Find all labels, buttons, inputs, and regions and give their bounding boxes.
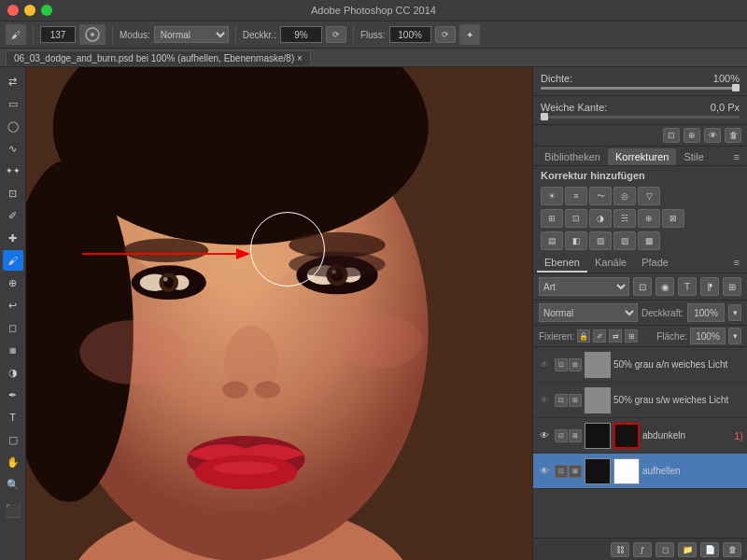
ebenen-btn-4[interactable]: ⁋ <box>700 277 719 296</box>
arrow-indicator <box>73 226 260 282</box>
link-layer-btn[interactable]: ⛓ <box>611 542 629 557</box>
text-tool[interactable]: T <box>3 407 23 427</box>
ebenen-art-select[interactable]: Art <box>539 277 629 296</box>
dodge-tool[interactable]: ◑ <box>3 362 23 383</box>
brush-circle <box>250 212 325 287</box>
weiche-kante-slider[interactable] <box>541 116 740 119</box>
airbrush-icon[interactable]: ✦ <box>459 24 480 45</box>
korr-icon-photofilter[interactable]: ☵ <box>613 209 636 228</box>
magic-wand-tool[interactable]: ✦✦ <box>3 161 23 181</box>
ebenen-btn-1[interactable]: ⊡ <box>633 277 652 296</box>
korr-icon-colorbalance[interactable]: ⊡ <box>565 209 587 228</box>
move-tool[interactable]: ⇄ <box>3 71 23 91</box>
panel-action-icon-3[interactable]: 👁 <box>704 128 721 143</box>
fg-bg-colors[interactable]: ⬛ <box>3 500 23 521</box>
blend-mode-select[interactable]: Normal <box>539 303 638 322</box>
close-button[interactable] <box>7 5 19 16</box>
tab-korrekturen[interactable]: Korrekturen <box>608 148 676 165</box>
korr-icon-exposure[interactable]: ◎ <box>613 187 636 205</box>
ebenen-btn-3[interactable]: T <box>678 277 697 296</box>
panel-action-icon-2[interactable]: ⊕ <box>684 128 700 143</box>
portrait-svg <box>26 67 532 560</box>
crop-tool[interactable]: ⊡ <box>3 183 23 203</box>
ebenen-btn-5[interactable]: ⊞ <box>723 277 741 296</box>
korr-icon-posterize[interactable]: ◧ <box>565 231 587 250</box>
ebenen-btn-2[interactable]: ◉ <box>655 277 674 296</box>
tab-stile[interactable]: Stile <box>676 148 711 165</box>
eraser-tool[interactable]: ◻ <box>3 317 23 338</box>
add-style-btn[interactable]: ƒ <box>633 542 652 557</box>
select-ellipse-tool[interactable]: ◯ <box>3 116 23 136</box>
korr-icon-threshold[interactable]: ▧ <box>589 231 612 250</box>
flaeche-input[interactable]: 100% <box>690 328 726 344</box>
layer-row[interactable]: 👁 ⊡ ⊠ aufhellen <box>533 454 747 489</box>
layer-type-icon: ⊡ <box>555 429 568 442</box>
fluss-toggle[interactable]: ⟳ <box>435 26 456 43</box>
pen-tool[interactable]: ✒ <box>3 385 23 405</box>
right-panel: Dichte: 100% Weiche Kante: 0,0 Px ⊡ ⊕ 👁 <box>532 67 747 560</box>
layer-visibility-toggle[interactable]: 👁 <box>537 464 552 479</box>
korr-icon-selective[interactable]: ▩ <box>638 231 660 250</box>
tab-pfade[interactable]: Pfade <box>634 254 676 273</box>
layer-thumbnail <box>585 458 611 484</box>
deckkraft-dropdown[interactable]: ▾ <box>728 304 741 321</box>
select-rect-tool[interactable]: ▭ <box>3 93 23 114</box>
layer-visibility-toggle[interactable]: 👁 <box>537 357 552 372</box>
brush-tool[interactable]: 🖌 <box>3 250 23 271</box>
layer-visibility-toggle[interactable]: 👁 <box>537 393 552 408</box>
delete-layer-btn[interactable]: 🗑 <box>723 542 741 557</box>
panel-action-icon-4[interactable]: 🗑 <box>725 128 741 143</box>
korr-icon-channelmixer[interactable]: ⊕ <box>638 209 660 228</box>
add-mask-btn[interactable]: ◻ <box>655 542 674 557</box>
deckr-input[interactable]: 9% <box>280 26 322 43</box>
tab-bibliotheken[interactable]: Bibliotheken <box>537 148 608 165</box>
fix-icon-move[interactable]: ⇄ <box>609 329 622 343</box>
panel-action-icon-1[interactable]: ⊡ <box>663 128 680 143</box>
eyedropper-tool[interactable]: ✐ <box>3 205 23 226</box>
new-layer-btn[interactable]: 📄 <box>700 542 719 557</box>
document-tab[interactable]: 06_03_dodge_and_burn.psd bei 100% (aufhe… <box>6 50 311 65</box>
ebenen-collapse-btn[interactable]: ≡ <box>730 254 743 273</box>
korr-icon-invert[interactable]: ▤ <box>541 231 563 250</box>
fix-icon-lock[interactable]: 🔒 <box>577 329 590 343</box>
layer-visibility-toggle[interactable]: 👁 <box>537 428 552 443</box>
tab-ebenen[interactable]: Ebenen <box>537 254 587 273</box>
korr-icon-gradientmap[interactable]: ▨ <box>613 231 636 250</box>
fix-row: Fixieren: 🔒 ✐ ⇄ ⊞ Fläche: 100% ▾ <box>533 326 747 347</box>
korr-icon-hue[interactable]: ⊞ <box>541 209 563 228</box>
hand-tool[interactable]: ✋ <box>3 452 23 472</box>
maximize-button[interactable] <box>41 5 52 16</box>
korr-icon-curves[interactable]: 〜 <box>589 187 612 205</box>
fix-icon-all[interactable]: ⊞ <box>625 329 638 343</box>
panel-collapse-btn[interactable]: ≡ <box>730 148 743 165</box>
zoom-tool[interactable]: 🔍 <box>3 474 23 495</box>
korr-icon-vibrance[interactable]: ▽ <box>638 187 660 205</box>
brush-preset-icon[interactable] <box>79 24 106 45</box>
korr-icon-brightness[interactable]: ☀ <box>541 187 563 205</box>
korr-icon-blackwhite[interactable]: ◑ <box>589 209 612 228</box>
clone-tool[interactable]: ⊕ <box>3 273 23 293</box>
fix-icon-brush[interactable]: ✐ <box>593 329 606 343</box>
layer-row[interactable]: 👁 ⊡ ⊞ 50% grau a/n weiches Licht <box>533 347 747 383</box>
korr-icon-levels[interactable]: ≡ <box>565 187 587 205</box>
weiche-kante-row: Weiche Kante: 0,0 Px <box>541 102 740 113</box>
modus-select[interactable]: Normal Multiplizieren <box>154 26 229 43</box>
history-brush-tool[interactable]: ↩ <box>3 295 23 315</box>
korr-icon-colorlookup[interactable]: ⊠ <box>662 209 684 228</box>
fluss-input[interactable]: 100% <box>389 26 431 43</box>
lasso-tool[interactable]: ∿ <box>3 138 23 159</box>
tab-kanaele[interactable]: Kanäle <box>587 254 634 273</box>
heal-tool[interactable]: ✚ <box>3 228 23 248</box>
layer-row[interactable]: 👁 ⊡ ⊠ abdunkeln 1) <box>533 418 747 454</box>
layer-row[interactable]: 👁 ⊡ ⊞ 50% grau s/w weiches Licht <box>533 383 747 418</box>
deckkraft-input[interactable]: 100% <box>687 303 725 322</box>
canvas-area[interactable] <box>26 67 532 560</box>
deckr-toggle[interactable]: ⟳ <box>326 26 346 43</box>
minimize-button[interactable] <box>24 5 35 16</box>
dichte-slider[interactable] <box>541 87 740 90</box>
brush-size-input[interactable]: 137 <box>40 26 76 43</box>
flaeche-dropdown[interactable]: ▾ <box>728 328 741 344</box>
gradient-tool[interactable]: ▦ <box>3 340 23 360</box>
new-group-btn[interactable]: 📁 <box>678 542 697 557</box>
shape-tool[interactable]: ▢ <box>3 429 23 450</box>
